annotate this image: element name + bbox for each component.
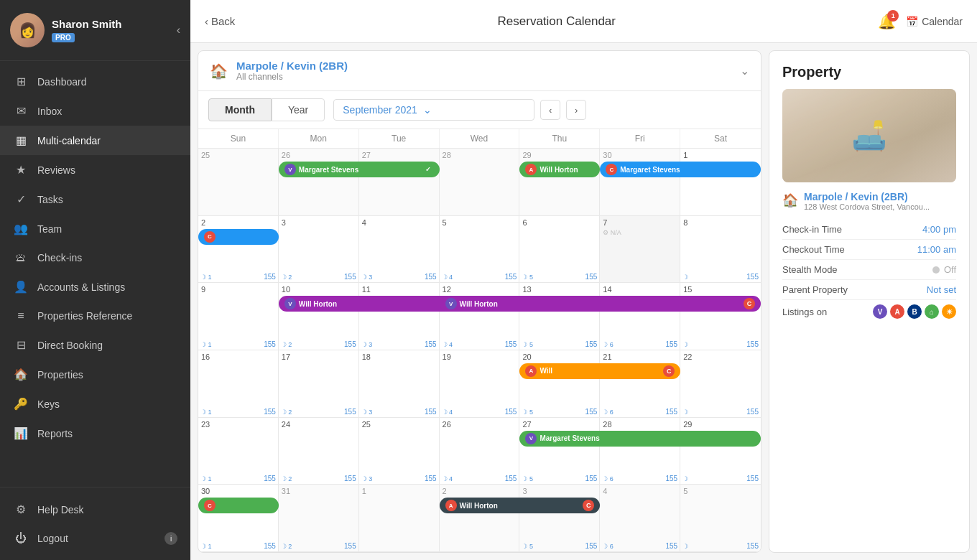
sidebar-item-check-ins[interactable]: 🛎Check-ins (0, 243, 190, 272)
moon-icon: ☽ 2 (281, 475, 292, 482)
cell-price: 155 (264, 340, 276, 348)
calendar-cell[interactable]: 4☽ 6155 (600, 485, 680, 551)
back-arrow-icon: ‹ (205, 15, 208, 27)
month-selector[interactable]: September 2021 ⌄ (333, 99, 534, 121)
calendar-cell[interactable]: 13☽ 5155 (519, 283, 600, 350)
cell-date: 26 (443, 419, 517, 429)
calendar-cell[interactable]: 25☽ 3155 (359, 418, 440, 485)
multi-calendar-icon: ▦ (13, 134, 29, 147)
stealth-value[interactable]: Off (932, 264, 956, 275)
cell-date: 22 (683, 352, 758, 362)
calendar-cell[interactable]: 19☽ 4155 (440, 350, 520, 417)
calendar-cell[interactable]: 15☽ 155 (680, 283, 761, 350)
calendar-cell[interactable]: 14☽ 6155 (600, 283, 680, 350)
calendar-week-0: 2526272829301VMargaret Stevens✓AWill Hor… (198, 149, 761, 216)
cell-price: 155 (746, 340, 759, 348)
calendar-cell[interactable]: 3☽ 5155 (519, 485, 600, 551)
calendar-cell[interactable]: 29 (519, 149, 600, 215)
cell-date: 1 (362, 486, 436, 496)
calendar-cell[interactable]: 21☽ 6155 (600, 350, 680, 417)
team-icon: 👥 (13, 222, 29, 235)
cell-price: 155 (264, 475, 276, 482)
cell-date: 30 (603, 150, 677, 160)
calendar-cell[interactable]: 17☽ 2155 (279, 350, 359, 417)
calendar-cell[interactable]: 2☽ 1155 (198, 216, 279, 283)
calendar-cell[interactable]: 26 (279, 149, 359, 215)
property-panel: Property 🛋️ 🏠 Marpole / Kevin (2BR) 128 … (769, 50, 970, 553)
calendar-cell[interactable]: 31☽ 2155 (279, 485, 359, 551)
calendar-cell[interactable]: 24☽ 2155 (279, 418, 359, 485)
day-header-sat: Sat (680, 129, 761, 148)
calendar-cell[interactable]: 10☽ 2155 (279, 283, 359, 350)
calendar-cell[interactable]: 2 (440, 485, 520, 551)
calendar-cell[interactable]: 27☽ 5155 (519, 418, 600, 485)
sidebar-item-properties[interactable]: 🏠Properties (0, 360, 190, 389)
sidebar-item-inbox[interactable]: ✉Inbox (0, 96, 190, 126)
calendar-cell[interactable]: 30 (600, 149, 680, 215)
calendar-cell[interactable]: 30☽ 1155 (198, 485, 279, 551)
calendar-cell[interactable]: 7⚙ N/A (600, 216, 680, 283)
properties-reference-icon: ≡ (13, 309, 29, 322)
calendar-cell[interactable]: 22☽ 155 (680, 350, 761, 417)
checkout-value: 11:00 am (917, 244, 956, 255)
sidebar-item-team[interactable]: 👥Team (0, 214, 190, 243)
calendar-cell[interactable]: 20☽ 5155 (519, 350, 600, 417)
calendar-cell[interactable]: 25 (198, 149, 279, 215)
sidebar-item-tasks[interactable]: ✓Tasks (0, 185, 190, 214)
calendar-cell[interactable]: 9☽ 1155 (198, 283, 279, 350)
calendar-button[interactable]: 📅 Calendar (906, 16, 963, 27)
calendar-cell[interactable]: 18☽ 3155 (359, 350, 440, 417)
calendar-cell[interactable]: 11☽ 3155 (359, 283, 440, 350)
calendar-week-4: 23☽ 115524☽ 215525☽ 315526☽ 415527☽ 5155… (198, 418, 761, 485)
sidebar-item-keys[interactable]: 🔑Keys (0, 389, 190, 419)
month-view-button[interactable]: Month (208, 98, 272, 121)
calendar-cell[interactable]: 8☽ 155 (680, 216, 761, 283)
calendar-cell[interactable]: 27 (359, 149, 440, 215)
property-selector[interactable]: 🏠 Marpole / Kevin (2BR) All channels ⌄ (198, 51, 761, 91)
year-view-button[interactable]: Year (272, 98, 325, 121)
collapse-button[interactable]: ‹ (177, 24, 180, 37)
calendar-cell[interactable]: 5☽ 155 (680, 485, 761, 551)
back-button[interactable]: ‹ Back (205, 15, 235, 27)
calendar-cell[interactable]: 29☽ 155 (680, 418, 761, 485)
cell-date: 13 (522, 284, 596, 294)
calendar-cell[interactable]: 4☽ 3155 (359, 216, 440, 283)
info-badge[interactable]: i (165, 532, 177, 545)
logout-icon: ⏻ (13, 532, 29, 545)
check-in-value: 4:00 pm (922, 224, 956, 235)
cell-date: 28 (443, 150, 517, 160)
sidebar-item-multi-calendar[interactable]: ▦Multi-calendar (0, 126, 190, 155)
current-month-label: September 2021 (343, 104, 417, 116)
sidebar-item-logout[interactable]: ⏻Logouti (0, 524, 190, 553)
calendar-icon: 📅 (906, 16, 918, 27)
calendar-week-2: 9☽ 115510☽ 215511☽ 315512☽ 415513☽ 51551… (198, 283, 761, 350)
calendar-cell[interactable]: 5☽ 4155 (440, 216, 520, 283)
sidebar-item-properties-reference[interactable]: ≡Properties Reference (0, 302, 190, 330)
notification-button[interactable]: 🔔 1 (878, 13, 896, 30)
cell-date: 10 (282, 284, 356, 294)
calendar-cell[interactable]: 3☽ 2155 (279, 216, 359, 283)
prev-month-button[interactable]: ‹ (540, 100, 560, 120)
calendar-cell[interactable]: 1 (680, 149, 761, 215)
next-month-button[interactable]: › (566, 100, 586, 120)
moon-icon: ☽ (682, 409, 688, 416)
cell-date: 29 (522, 150, 596, 160)
calendar-cell[interactable]: 12☽ 4155 (440, 283, 520, 350)
help-desk-icon: ⚙ (13, 503, 29, 516)
calendar-cell[interactable]: 28☽ 6155 (600, 418, 680, 485)
sidebar-item-dashboard[interactable]: ⊞Dashboard (0, 67, 190, 96)
cell-date: 30 (201, 486, 275, 496)
cell-date: 29 (683, 419, 758, 429)
calendar-cell[interactable]: 23☽ 1155 (198, 418, 279, 485)
sidebar-item-accounts-listings[interactable]: 👤Accounts & Listings (0, 272, 190, 302)
sidebar-item-reports[interactable]: 📊Reports (0, 419, 190, 448)
sidebar-item-direct-booking[interactable]: ⊟Direct Booking (0, 330, 190, 360)
view-toggle: Month Year (208, 98, 325, 121)
calendar-cell[interactable]: 28 (440, 149, 520, 215)
calendar-cell[interactable]: 16☽ 1155 (198, 350, 279, 417)
sidebar-item-help-desk[interactable]: ⚙Help Desk (0, 495, 190, 524)
calendar-cell[interactable]: 1 (359, 485, 440, 551)
calendar-cell[interactable]: 6☽ 5155 (519, 216, 600, 283)
calendar-cell[interactable]: 26☽ 4155 (440, 418, 520, 485)
sidebar-item-reviews[interactable]: ★Reviews (0, 155, 190, 185)
